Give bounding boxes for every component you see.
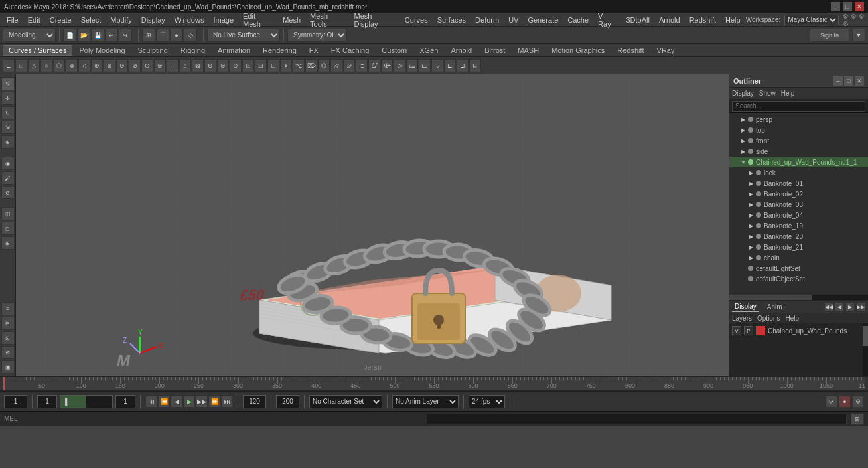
shelf-btn-24[interactable]: ⌥ [293,59,305,72]
minimize-button[interactable]: – [831,2,840,11]
outliner-item-front[interactable]: ▶ front [729,135,868,146]
nav-prev-prev[interactable]: ◀◀ [824,302,833,311]
outliner-search-input[interactable] [732,101,865,112]
goto-end-btn[interactable]: ⏭ [221,396,233,408]
prev-frame-btn[interactable]: ⏪ [158,396,170,408]
shelf-btn-20[interactable]: ⊞ [242,59,254,72]
outliner-h-scrollbar[interactable] [729,295,868,300]
outliner-item-banknote03[interactable]: ▶ Banknote_03 [729,199,868,210]
play-fwd-btn[interactable]: ▶▶ [196,396,208,408]
shelf-btn-19[interactable]: ⊝ [230,59,242,72]
snap-surface[interactable]: ◇ [184,29,197,42]
menu-image[interactable]: Image [209,15,238,25]
scale-tool[interactable]: ⇲ [1,121,15,134]
menu-mesh[interactable]: Mesh [279,15,305,25]
tab-mash[interactable]: MASH [512,45,545,56]
tool-settings[interactable]: ⚙ [1,346,15,359]
outliner-item-banknote19[interactable]: ▶ Banknote_19 [729,220,868,231]
outliner-panel[interactable]: ≡ [1,302,15,315]
shelf-btn-13[interactable]: ⊚ [154,59,166,72]
outliner-minimize[interactable]: – [833,76,843,86]
shelf-btn-3[interactable]: △ [28,59,40,72]
channel-box[interactable]: ⊟ [1,317,15,330]
outliner-item-side[interactable]: ▶ side [729,146,868,157]
isolate-select[interactable]: ◻ [1,222,15,235]
tab-arnold[interactable]: Arnold [445,45,478,56]
tab-custom[interactable]: Custom [376,45,413,56]
live-surface-dropdown[interactable]: No Live Surface [207,29,280,42]
tab-vray[interactable]: VRay [651,45,681,56]
shelf-btn-25[interactable]: ⌦ [305,59,317,72]
settings-icon[interactable]: ⚙ [852,396,864,408]
shelf-btn-5[interactable]: ⬡ [53,59,65,72]
status-right-btn[interactable]: ⊞ [851,413,864,425]
shelf-btn-27[interactable]: ⌭ [330,59,342,72]
timeline-ruler[interactable]: 5010015020025030035040045050055060065070… [3,377,865,390]
tab-fx-caching[interactable]: FX Caching [325,45,375,56]
outliner-item-banknote04[interactable]: ▶ Banknote_04 [729,210,868,220]
layers-tab[interactable]: Layers [732,315,752,322]
shelf-btn-9[interactable]: ⊗ [104,59,115,72]
outliner-item-banknote21[interactable]: ▶ Banknote_21 [729,242,868,252]
shelf-btn-30[interactable]: ⌰ [368,59,380,72]
range-end-input[interactable] [243,395,266,408]
playback-speed-input[interactable] [276,395,299,408]
outliner-close[interactable]: ✕ [855,76,864,86]
autokey-btn[interactable]: ● [839,396,851,408]
character-set-dropdown[interactable]: No Character Set [309,395,382,408]
tab-animation[interactable]: Animation [212,45,256,56]
snap-view[interactable]: ◫ [1,207,15,220]
outliner-item-persp[interactable]: ▶ persp [729,114,868,125]
shelf-btn-29[interactable]: ⌯ [356,59,368,72]
layer-color-swatch[interactable] [756,326,765,335]
shelf-btn-17[interactable]: ⊛ [204,59,216,72]
shelf-btn-12[interactable]: ⊙ [141,59,153,72]
next-frame-btn[interactable]: ⏩ [208,396,220,408]
menu-curves[interactable]: Curves [401,15,432,25]
shelf-btn-38[interactable]: ⊑ [469,59,481,72]
menu-windows[interactable]: Windows [171,15,208,25]
toggle-local[interactable]: ⊞ [1,236,15,250]
menu-file[interactable]: File [3,15,23,25]
shelf-btn-6[interactable]: ◈ [66,59,78,72]
save-btn[interactable]: 💾 [91,29,104,42]
symmetry-dropdown[interactable]: Symmetry: Off [287,29,347,42]
shelf-btn-36[interactable]: ⊏ [444,59,456,72]
shelf-btn-10[interactable]: ⊘ [116,59,128,72]
shelf-btn-34[interactable]: ⌴ [419,59,431,72]
shelf-btn-14[interactable]: ⋯ [167,59,179,72]
menu-vray[interactable]: V-Ray [594,11,620,29]
snap-grid[interactable]: ⊞ [142,29,155,42]
goto-start-btn[interactable]: ⏮ [145,396,157,408]
menu-surfaces[interactable]: Surfaces [433,15,470,25]
shelf-btn-35[interactable]: ⌵ [431,59,443,72]
menu-redshift[interactable]: Redshift [686,15,720,25]
outliner-item-banknote02[interactable]: ▶ Banknote_02 [729,189,868,199]
shelf-btn-22[interactable]: ⊡ [267,59,279,72]
tab-poly-modeling[interactable]: Poly Modeling [73,45,131,56]
tab-fx[interactable]: FX [303,45,325,56]
soft-select[interactable]: ◉ [1,157,15,170]
nav-prev[interactable]: ◀ [835,302,844,311]
outliner-menu-display[interactable]: Display [732,90,754,97]
shelf-btn-2[interactable]: □ [15,59,27,72]
render-view[interactable]: ▣ [1,360,15,374]
outliner-item-top[interactable]: ▶ top [729,125,868,135]
tab-xgen[interactable]: XGen [413,45,444,56]
workspace-dropdown[interactable]: Maya Classic [784,15,839,25]
shelf-btn-37[interactable]: ⊐ [457,59,469,72]
shelf-btn-33[interactable]: ⌳ [406,59,418,72]
tab-bifrost[interactable]: Bifrost [478,45,511,56]
mel-input[interactable] [427,414,847,424]
mode-dropdown[interactable]: Modeling [3,29,56,42]
menu-mesh-display[interactable]: Mesh Display [350,11,399,29]
attribute-editor[interactable]: ⊡ [1,331,15,345]
menu-display[interactable]: Display [137,15,169,25]
shelf-btn-1[interactable]: ⊏ [3,59,15,72]
anim-layer-dropdown[interactable]: No Anim Layer [392,395,459,408]
tab-rendering[interactable]: Rendering [257,45,303,56]
menu-help[interactable]: Help [721,15,745,25]
fps-dropdown[interactable]: 24 fps [469,395,505,408]
sign-in-btn[interactable]: Sign In [810,29,849,42]
menu-edit[interactable]: Edit [24,15,44,25]
